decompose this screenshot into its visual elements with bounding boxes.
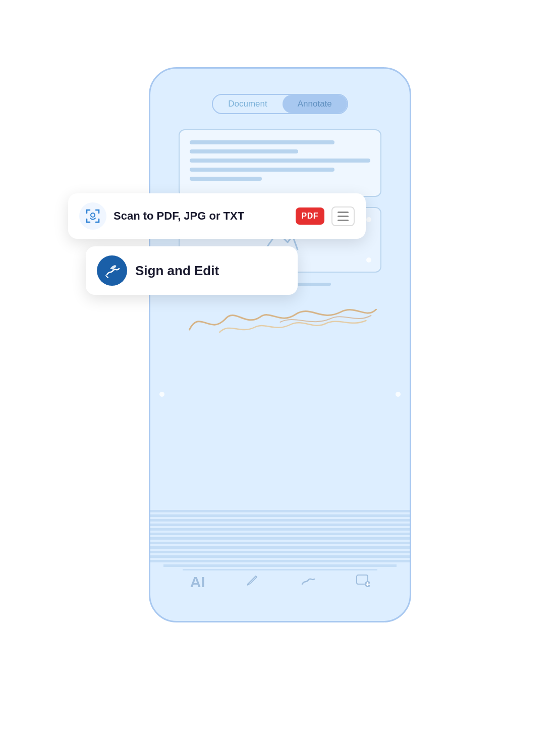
doc-line [190,149,298,153]
menu-line [338,216,349,217]
tab-document[interactable]: Document [213,95,282,113]
doc-line [190,159,371,163]
sign-tool-icon [300,573,315,591]
scan-icon [85,208,101,224]
signature-pen-icon [103,262,121,280]
scan-icon-container [79,202,106,230]
scene: Document Annotate [53,37,507,693]
phone-tabs: Document Annotate [212,94,348,114]
svg-point-5 [91,213,95,217]
phone-toolbar: AI [170,573,390,591]
doc-line [190,168,334,172]
phone-dot [366,217,371,222]
sign-card[interactable]: Sign and Edit [86,246,298,295]
menu-line [338,220,349,221]
doc-line [190,140,334,144]
text-tool-icon: AI [190,573,205,591]
scan-card[interactable]: Scan to PDF, JPG or TXT PDF [68,193,366,239]
add-image-icon [356,573,370,591]
menu-button[interactable] [331,206,355,226]
tab-annotate[interactable]: Annotate [283,95,347,113]
doc-line [190,177,262,181]
signature-decoration [179,299,382,340]
phone-dot [159,392,164,397]
phone-dot [366,257,371,263]
document-preview [179,129,382,197]
sign-card-label: Sign and Edit [135,263,219,279]
phone-mockup: Document Annotate [149,67,411,622]
scan-card-label: Scan to PDF, JPG or TXT [114,210,289,223]
sign-icon-container [97,255,127,286]
pencil-icon [246,573,260,591]
phone-dot [396,392,401,397]
menu-line [338,212,349,213]
pdf-badge: PDF [296,207,325,225]
phone-stripes [150,510,410,570]
